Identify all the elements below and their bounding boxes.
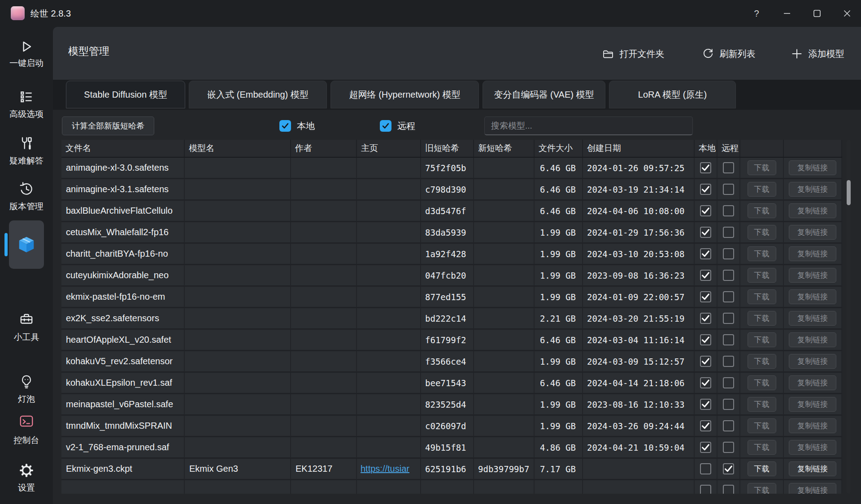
download-button[interactable]: 下载 (748, 160, 776, 175)
tab-lora[interactable]: LoRA 模型 (原生) (609, 81, 736, 108)
sidebar-item-troubleshoot[interactable]: 疑难解答 (0, 135, 53, 167)
copy-link-button[interactable]: 复制链接 (789, 289, 836, 304)
table-row[interactable]: ex2K_sse2.safetensorsbd222c142.21 GB2024… (61, 308, 842, 330)
copy-link-button[interactable]: 复制链接 (789, 311, 836, 326)
remote-checkbox[interactable] (723, 270, 734, 281)
column-header-10[interactable] (740, 140, 784, 157)
copy-link-button[interactable]: 复制链接 (789, 332, 836, 347)
maximize-button[interactable] (804, 3, 830, 24)
local-checkbox[interactable] (700, 205, 711, 216)
sidebar-item-launch[interactable]: 一键启动 (0, 39, 53, 69)
column-header-1[interactable]: 模型名 (185, 140, 291, 157)
download-button[interactable]: 下载 (748, 461, 776, 476)
download-button[interactable]: 下载 (748, 311, 776, 326)
sidebar-item-settings[interactable]: 设置 (0, 462, 53, 494)
download-button[interactable]: 下载 (748, 375, 776, 390)
column-header-8[interactable]: 本地 (695, 140, 718, 157)
table-row[interactable]: heartOfAppleXL_v20.safetf61799f26.46 GB2… (61, 330, 842, 351)
copy-link-button[interactable]: 复制链接 (789, 354, 836, 369)
table-row[interactable]: kohakuV5_rev2.safetensorf3566ce41.99 GB2… (61, 351, 842, 373)
copy-link-button[interactable]: 复制链接 (789, 418, 836, 433)
remote-checkbox[interactable] (723, 248, 734, 259)
local-checkbox[interactable] (700, 270, 711, 281)
table-row[interactable]: 下载复制链接 (61, 480, 842, 494)
sidebar-item-model-management[interactable] (9, 220, 44, 269)
tab-hypernetwork[interactable]: 超网络 (Hypernetwork) 模型 (330, 81, 479, 108)
table-row[interactable]: baxlBlueArchiveFlatCellulod3d5476f6.46 G… (61, 201, 842, 222)
local-checkbox[interactable] (700, 184, 711, 195)
copy-link-button[interactable]: 复制链接 (789, 268, 836, 283)
remote-checkbox[interactable] (723, 377, 734, 388)
local-checkbox[interactable] (700, 377, 711, 388)
remote-filter-checkbox[interactable] (380, 120, 391, 132)
column-header-9[interactable]: 远程 (718, 140, 740, 157)
local-checkbox[interactable] (700, 463, 711, 474)
vertical-scrollbar[interactable] (847, 140, 851, 494)
remote-checkbox[interactable] (723, 485, 734, 494)
column-header-2[interactable]: 作者 (291, 140, 357, 157)
help-button[interactable]: ? (744, 3, 769, 24)
remote-checkbox[interactable] (723, 334, 734, 345)
remote-checkbox[interactable] (723, 313, 734, 324)
remote-checkbox[interactable] (723, 399, 734, 410)
column-header-3[interactable]: 主页 (357, 140, 421, 157)
close-button[interactable] (835, 3, 860, 24)
download-button[interactable]: 下载 (748, 418, 776, 433)
download-button[interactable]: 下载 (748, 483, 776, 494)
local-checkbox[interactable] (700, 291, 711, 302)
add-model-button[interactable]: 添加模型 (784, 42, 851, 65)
download-button[interactable]: 下载 (748, 246, 776, 261)
column-header-0[interactable]: 文件名 (61, 140, 185, 157)
copy-link-button[interactable]: 复制链接 (789, 440, 836, 455)
table-row[interactable]: animagine-xl-3.0.safetens75f2f05b6.46 GB… (61, 158, 842, 179)
remote-checkbox[interactable] (723, 420, 734, 431)
tab-embedding[interactable]: 嵌入式 (Embedding) 模型 (189, 81, 327, 108)
sidebar-item-bulb[interactable]: 灯泡 (0, 374, 53, 405)
remote-checkbox[interactable] (723, 162, 734, 173)
table-row[interactable]: cuteyukimixAdorable_neo047fcb201.99 GB20… (61, 265, 842, 287)
table-row[interactable]: tmndMix_tmndMixSPRAINc026097d1.99 GB2024… (61, 416, 842, 437)
remote-checkbox[interactable] (723, 227, 734, 238)
column-header-4[interactable]: 旧短哈希 (421, 140, 474, 157)
copy-link-button[interactable]: 复制链接 (789, 182, 836, 197)
copy-link-button[interactable]: 复制链接 (789, 461, 836, 476)
remote-checkbox[interactable] (723, 442, 734, 453)
local-checkbox[interactable] (700, 485, 711, 494)
remote-checkbox[interactable] (723, 205, 734, 216)
copy-link-button[interactable]: 复制链接 (789, 397, 836, 412)
scrollbar-thumb[interactable] (847, 180, 851, 205)
download-button[interactable]: 下载 (748, 203, 776, 218)
sidebar-item-console[interactable]: 控制台 (0, 413, 53, 446)
refresh-list-button[interactable]: 刷新列表 (697, 42, 761, 65)
local-checkbox[interactable] (700, 442, 711, 453)
local-checkbox[interactable] (700, 420, 711, 431)
local-checkbox[interactable] (700, 334, 711, 345)
column-header-11[interactable] (784, 140, 842, 157)
table-row[interactable]: meinapastel_v6Pastel.safe823525d41.99 GB… (61, 394, 842, 416)
table-row[interactable]: Ekmix-gen3.ckptEkmix Gen3EK12317https://… (61, 459, 842, 480)
copy-link-button[interactable]: 复制链接 (789, 160, 836, 175)
download-button[interactable]: 下载 (748, 268, 776, 283)
download-button[interactable]: 下载 (748, 225, 776, 240)
column-header-5[interactable]: 新短哈希 (474, 140, 535, 157)
remote-checkbox[interactable] (723, 291, 734, 302)
tab-stable-diffusion[interactable]: Stable Diffusion 模型 (66, 81, 185, 108)
local-checkbox[interactable] (700, 399, 711, 410)
local-checkbox[interactable] (700, 313, 711, 324)
sidebar-item-version-management[interactable]: 版本管理 (0, 181, 53, 212)
download-button[interactable]: 下载 (748, 354, 776, 369)
copy-link-button[interactable]: 复制链接 (789, 225, 836, 240)
open-folder-button[interactable]: 打开文件夹 (596, 42, 671, 65)
download-button[interactable]: 下载 (748, 332, 776, 347)
download-button[interactable]: 下载 (748, 289, 776, 304)
copy-link-button[interactable]: 复制链接 (789, 203, 836, 218)
table-row[interactable]: animagine-xl-3.1.safetensc798d3906.46 GB… (61, 179, 842, 201)
sidebar-item-advanced-options[interactable]: 高级选项 (0, 89, 53, 120)
homepage-link[interactable]: https://tusiar (361, 464, 409, 474)
local-checkbox[interactable] (700, 356, 711, 367)
remote-checkbox[interactable] (723, 463, 734, 474)
local-filter-checkbox[interactable] (279, 120, 291, 132)
column-header-7[interactable]: 创建日期 (583, 140, 695, 157)
remote-checkbox[interactable] (723, 184, 734, 195)
local-checkbox[interactable] (700, 248, 711, 259)
